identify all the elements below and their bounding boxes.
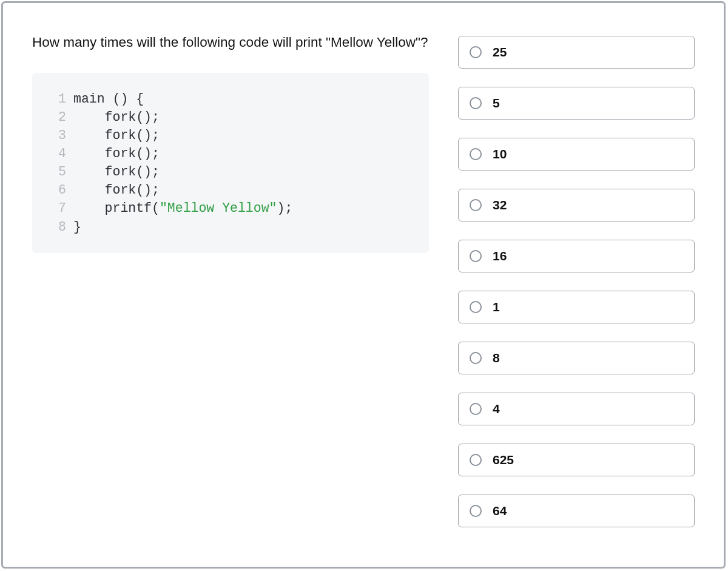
- code-content: main () {: [73, 90, 144, 108]
- code-line: 1main () {: [49, 90, 412, 108]
- radio-icon: [470, 97, 482, 109]
- code-line: 7 printf("Mellow Yellow");: [49, 199, 412, 217]
- answer-option[interactable]: 10: [458, 138, 695, 171]
- answer-option[interactable]: 4: [458, 393, 695, 425]
- radio-icon: [470, 301, 482, 313]
- answer-option[interactable]: 5: [458, 87, 695, 120]
- radio-icon: [470, 454, 482, 466]
- radio-icon: [470, 148, 482, 160]
- line-number: 5: [49, 163, 66, 181]
- code-content: fork();: [73, 163, 160, 181]
- answer-option-label: 4: [493, 402, 500, 416]
- answer-option-label: 16: [493, 249, 507, 263]
- answer-option[interactable]: 8: [458, 342, 695, 374]
- line-number: 2: [49, 108, 66, 126]
- answer-option-label: 1: [493, 300, 500, 314]
- radio-icon: [470, 46, 482, 58]
- radio-icon: [470, 250, 482, 262]
- code-content: }: [73, 218, 81, 236]
- radio-icon: [470, 403, 482, 415]
- line-number: 7: [49, 199, 66, 217]
- line-number: 1: [49, 90, 66, 108]
- answer-option-label: 10: [493, 147, 507, 161]
- code-content: fork();: [73, 126, 160, 144]
- question-prompt: How many times will the following code w…: [32, 32, 429, 53]
- code-block: 1main () { 2 fork(); 3 fork(); 4 fork();…: [32, 73, 429, 253]
- answer-option-label: 25: [493, 45, 507, 59]
- answer-option[interactable]: 25: [458, 36, 695, 69]
- line-number: 4: [49, 144, 66, 163]
- answer-option[interactable]: 625: [458, 444, 695, 476]
- line-number: 6: [49, 181, 66, 199]
- code-content: printf("Mellow Yellow");: [73, 199, 292, 217]
- line-number: 8: [49, 218, 66, 236]
- radio-icon: [470, 352, 482, 364]
- radio-icon: [470, 505, 482, 517]
- answer-option-label: 5: [493, 96, 500, 110]
- answer-options: 25 5 10 32 16 1 8 4: [458, 32, 695, 538]
- code-line: 6 fork();: [49, 181, 412, 199]
- answer-option-label: 32: [493, 198, 507, 212]
- code-line: 5 fork();: [49, 163, 412, 181]
- question-left-column: How many times will the following code w…: [32, 32, 429, 538]
- answer-option-label: 64: [493, 504, 507, 518]
- answer-option[interactable]: 32: [458, 189, 695, 221]
- code-content: fork();: [73, 144, 160, 163]
- answer-option[interactable]: 16: [458, 240, 695, 272]
- code-line: 4 fork();: [49, 144, 412, 163]
- code-line: 8}: [49, 218, 412, 236]
- code-content: fork();: [73, 181, 160, 199]
- code-line: 2 fork();: [49, 108, 412, 126]
- radio-icon: [470, 199, 482, 211]
- answer-option-label: 625: [493, 453, 514, 467]
- question-card: How many times will the following code w…: [1, 1, 726, 569]
- code-line: 3 fork();: [49, 126, 412, 144]
- answer-option[interactable]: 64: [458, 495, 695, 527]
- line-number: 3: [49, 126, 66, 144]
- code-content: fork();: [73, 108, 160, 126]
- answer-option[interactable]: 1: [458, 291, 695, 323]
- answer-option-label: 8: [493, 351, 500, 365]
